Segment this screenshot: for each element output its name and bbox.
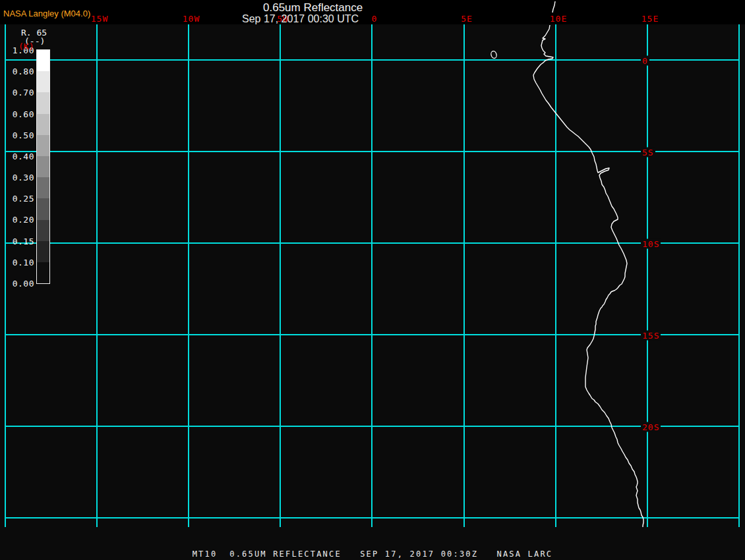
colorbar-step xyxy=(37,220,49,241)
colorbar-step xyxy=(37,177,49,198)
satellite-display: NASA Langley (M04.0) 0.65um Reflectance … xyxy=(0,0,745,560)
lon-label-10E: 10E xyxy=(550,14,567,24)
colorbar-tick-label: 0.80 xyxy=(7,67,34,76)
colorbar-unit-k-label: (K) xyxy=(18,42,34,51)
colorbar-tick-label: 0.30 xyxy=(7,173,34,182)
colorbar-tick-label: 0.25 xyxy=(7,194,34,204)
coastline-path xyxy=(552,1,555,13)
colorbar-tick-label: 0.15 xyxy=(7,236,34,246)
lon-label-15W: 15W xyxy=(91,14,108,24)
lat-label-0: 0 xyxy=(641,56,649,66)
colorbar-tick-label: 0.50 xyxy=(7,130,34,140)
bioko-island-outline xyxy=(491,51,498,59)
colorbar-tick-label: 0.00 xyxy=(7,279,34,289)
colorbar-step xyxy=(37,114,49,135)
colorbar-tick-label: 0.20 xyxy=(7,215,34,225)
lat-label-5S: 5S xyxy=(641,148,655,157)
colorbar-tick-label: 0.60 xyxy=(7,109,34,119)
coastline-path xyxy=(533,25,643,527)
colorbar-step xyxy=(37,92,49,113)
plot-datetime: Sep 17, 2017 00:30 UTC xyxy=(242,13,359,25)
lon-label-15E: 15E xyxy=(641,14,659,24)
lat-label-15S: 15S xyxy=(641,331,661,341)
colorbar-bar xyxy=(36,49,50,284)
colorbar-step xyxy=(37,50,49,71)
lat-label-20S: 20S xyxy=(641,422,661,432)
colorbar-tick-label: 0.70 xyxy=(7,88,34,98)
colorbar-step xyxy=(37,241,49,262)
plot-title: 0.65um Reflectance xyxy=(263,1,363,14)
lon-label-0: 0 xyxy=(372,14,378,24)
lon-label-5E: 5E xyxy=(461,14,473,24)
colorbar-step xyxy=(37,156,49,177)
colorbar-tick-label: 0.40 xyxy=(7,151,34,161)
colorbar-tick-label: 0.10 xyxy=(7,257,34,267)
colorbar-step xyxy=(37,262,49,283)
map-grid-svg xyxy=(0,0,745,560)
lat-label-10S: 10S xyxy=(641,239,661,249)
lon-label-10W: 10W xyxy=(183,14,200,24)
colorbar-step xyxy=(37,198,49,219)
footer-annotation-bar: MT10 0.65UM REFLECTANCE SEP 17, 2017 00:… xyxy=(0,549,745,560)
nasa-langley-source-label: NASA Langley (M04.0) xyxy=(3,9,90,18)
colorbar-step xyxy=(37,71,49,92)
colorbar-step xyxy=(37,135,49,156)
